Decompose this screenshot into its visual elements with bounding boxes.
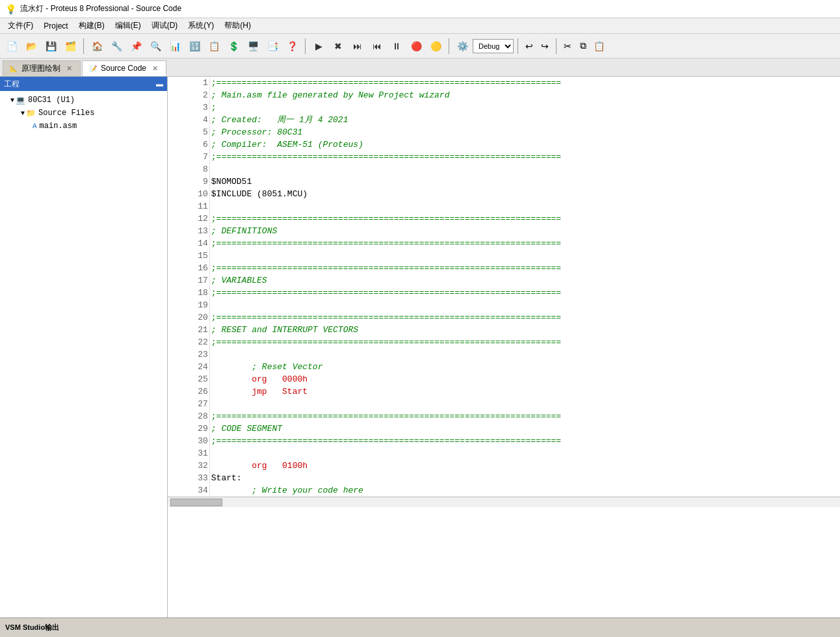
code-line bbox=[209, 447, 840, 460]
brkpt-button[interactable]: 🔴 bbox=[407, 37, 425, 55]
docs-button[interactable]: 📑 bbox=[263, 37, 282, 55]
tree-label-main-asm: main.asm bbox=[40, 122, 77, 131]
tree-folder-icon: 📁 bbox=[26, 109, 36, 118]
source-tab-close[interactable]: ✕ bbox=[150, 64, 159, 73]
undo-button[interactable]: ↩ bbox=[522, 39, 536, 53]
line-number: 29 bbox=[168, 422, 209, 435]
line-number: 16 bbox=[168, 262, 209, 274]
step-back-button[interactable]: ⏮ bbox=[368, 37, 386, 55]
tree-item-main-asm[interactable]: A main.asm bbox=[0, 120, 167, 133]
status-label: VSM Studio输出 bbox=[5, 623, 59, 632]
schematic-tab-icon: 📐 bbox=[10, 65, 18, 72]
debug-select[interactable]: Debug bbox=[473, 39, 514, 53]
file-new-button[interactable]: 📋 bbox=[205, 37, 223, 55]
redo-button[interactable]: ↪ bbox=[538, 39, 552, 53]
menu-edit[interactable]: 编辑(E) bbox=[110, 19, 146, 32]
line-number: 17 bbox=[168, 274, 209, 287]
code-line: ;=======================================… bbox=[209, 237, 840, 250]
tree-arrow-80c31: ▼ bbox=[10, 97, 14, 104]
table-row: 16;=====================================… bbox=[168, 262, 840, 274]
tab-source-code[interactable]: 📝 Source Code ✕ bbox=[82, 60, 166, 76]
line-number: 15 bbox=[168, 250, 209, 262]
help-button[interactable]: ❓ bbox=[283, 37, 301, 55]
line-number: 22 bbox=[168, 336, 209, 348]
component2-button[interactable]: 📌 bbox=[127, 37, 145, 55]
table-row: 11 bbox=[168, 200, 840, 213]
panel-title: 工程 bbox=[4, 79, 20, 90]
separator-1 bbox=[83, 38, 84, 54]
menu-debug[interactable]: 调试(D) bbox=[146, 19, 183, 32]
code-line: ; DEFINITIONS bbox=[209, 225, 840, 237]
menu-project[interactable]: Project bbox=[38, 20, 73, 32]
tree-item-source-files[interactable]: ▼ 📁 Source Files bbox=[0, 107, 167, 120]
run-button[interactable]: ▶ bbox=[309, 37, 328, 55]
open-button[interactable]: 📂 bbox=[22, 37, 40, 55]
separator-3 bbox=[449, 38, 449, 54]
pause-button[interactable]: ⏸ bbox=[387, 37, 406, 55]
tabs-row: 📐 原理图绘制 ✕ 📝 Source Code ✕ bbox=[0, 58, 840, 77]
copy-button[interactable]: ⧉ bbox=[576, 39, 590, 53]
tree-item-80c31[interactable]: ▼ 💻 80C31 (U1) bbox=[0, 94, 167, 107]
line-number: 3 bbox=[168, 101, 209, 114]
paste-button[interactable]: 📋 bbox=[592, 39, 606, 53]
line-number: 28 bbox=[168, 410, 209, 422]
table-row: 12;=====================================… bbox=[168, 213, 840, 225]
tree-arrow-source: ▼ bbox=[21, 110, 25, 117]
menu-system[interactable]: 系统(Y) bbox=[183, 19, 219, 32]
counter-button[interactable]: 🔢 bbox=[185, 37, 203, 55]
table-row: 1;======================================… bbox=[168, 77, 840, 89]
horizontal-scrollbar[interactable] bbox=[168, 497, 840, 507]
code-table: 1;======================================… bbox=[168, 77, 840, 497]
table-row: 23 bbox=[168, 348, 840, 361]
line-number: 9 bbox=[168, 176, 209, 188]
code-line: ;=======================================… bbox=[209, 213, 840, 225]
search-button[interactable]: 🔍 bbox=[146, 37, 164, 55]
line-number: 30 bbox=[168, 435, 209, 447]
table-row: 8 bbox=[168, 163, 840, 176]
schematic-tab-close[interactable]: ✕ bbox=[64, 64, 73, 73]
save-all-button[interactable]: 🗂️ bbox=[61, 37, 79, 55]
cut-button[interactable]: ✂ bbox=[560, 39, 575, 53]
graph-button[interactable]: 📊 bbox=[166, 37, 184, 55]
line-number: 34 bbox=[168, 484, 209, 497]
menu-file[interactable]: 文件(F) bbox=[3, 19, 38, 32]
gear-button[interactable]: ⚙️ bbox=[453, 37, 471, 55]
tree-cpu-icon: 💻 bbox=[16, 96, 25, 105]
save-button[interactable]: 💾 bbox=[42, 37, 60, 55]
table-row: 34 ; Write your code here bbox=[168, 484, 840, 497]
home-button[interactable]: 🏠 bbox=[88, 37, 106, 55]
status-bar: VSM Studio输出 bbox=[0, 618, 840, 637]
scroll-thumb[interactable] bbox=[170, 499, 222, 506]
line-number: 11 bbox=[168, 200, 209, 213]
panel-minimize-button[interactable]: ▬ bbox=[156, 80, 163, 88]
table-row: 24 ; Reset Vector bbox=[168, 361, 840, 373]
step-fwd-button[interactable]: ⏭ bbox=[348, 37, 367, 55]
stop-button[interactable]: ✖ bbox=[329, 37, 347, 55]
code-line: ; VARIABLES bbox=[209, 274, 840, 287]
line-number: 21 bbox=[168, 324, 209, 336]
line-number: 4 bbox=[168, 114, 209, 126]
title-text: 流水灯 - Proteus 8 Professional - Source Co… bbox=[20, 3, 181, 14]
table-row: 20;=====================================… bbox=[168, 311, 840, 324]
menu-bar: 文件(F) Project 构建(B) 编辑(E) 调试(D) 系统(Y) 帮助… bbox=[0, 18, 840, 34]
table-row: 22;=====================================… bbox=[168, 336, 840, 348]
table-row: 26 jmp Start bbox=[168, 385, 840, 398]
left-panel: 工程 ▬ ▼ 💻 80C31 (U1) ▼ 📁 Source Files A m… bbox=[0, 77, 168, 618]
menu-build[interactable]: 构建(B) bbox=[73, 19, 110, 32]
code-line bbox=[209, 250, 840, 262]
line-number: 1 bbox=[168, 77, 209, 89]
code-line: ;=======================================… bbox=[209, 262, 840, 274]
tab-schematic[interactable]: 📐 原理图绘制 ✕ bbox=[3, 60, 81, 76]
dollar-button[interactable]: 💲 bbox=[224, 37, 243, 55]
table-row: 29; CODE SEGMENT bbox=[168, 422, 840, 435]
menu-help[interactable]: 帮助(H) bbox=[219, 19, 256, 32]
new-button[interactable]: 📄 bbox=[3, 37, 21, 55]
lcd-button[interactable]: 🖥️ bbox=[244, 37, 262, 55]
line-number: 32 bbox=[168, 460, 209, 472]
component-button[interactable]: 🔧 bbox=[107, 37, 125, 55]
code-line: ; bbox=[209, 101, 840, 114]
code-line: ; Processor: 80C31 bbox=[209, 126, 840, 138]
line-number: 12 bbox=[168, 213, 209, 225]
brkpt2-button[interactable]: 🟡 bbox=[427, 37, 445, 55]
code-editor[interactable]: 1;======================================… bbox=[168, 77, 840, 618]
